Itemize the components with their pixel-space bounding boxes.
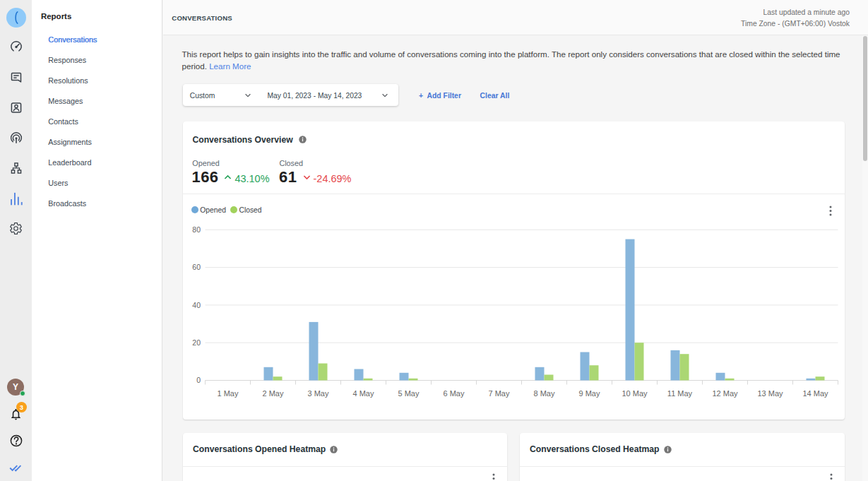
svg-text:20: 20 (192, 338, 201, 347)
svg-text:2 May: 2 May (263, 389, 284, 398)
svg-text:80: 80 (192, 225, 201, 234)
svg-text:9 May: 9 May (579, 389, 600, 398)
svg-text:10 May: 10 May (622, 389, 648, 398)
svg-text:14 May: 14 May (802, 389, 828, 398)
svg-text:40: 40 (192, 301, 201, 309)
svg-text:12 May: 12 May (712, 389, 738, 398)
svg-text:3 May: 3 May (308, 389, 329, 398)
svg-text:1 May: 1 May (218, 389, 239, 398)
svg-text:6 May: 6 May (444, 389, 465, 398)
svg-text:4 May: 4 May (353, 389, 374, 398)
svg-text:60: 60 (192, 263, 201, 271)
svg-text:7 May: 7 May (489, 389, 510, 398)
svg-text:13 May: 13 May (757, 389, 783, 398)
svg-text:11 May: 11 May (667, 389, 693, 398)
svg-text:8 May: 8 May (534, 389, 555, 398)
svg-text:5 May: 5 May (398, 389, 420, 398)
svg-text:0: 0 (196, 376, 201, 384)
